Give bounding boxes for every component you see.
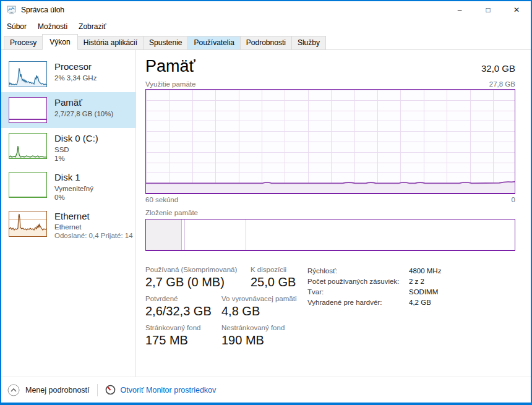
- stat-committed-label: Potvrdené: [145, 295, 221, 302]
- time-axis-left: 60 sekúnd: [145, 196, 178, 203]
- tab-processes[interactable]: Procesy: [4, 36, 43, 50]
- ethernet-graph-thumbnail: [9, 211, 47, 237]
- composition-label: Zloženie pamäte: [145, 209, 515, 216]
- sidebar-ethernet-stats: Odoslané: 0,4 Prijaté: 14: [54, 232, 129, 239]
- detail-speed-label: Rýchlosť:: [307, 267, 409, 275]
- tab-users[interactable]: Používatelia: [187, 36, 240, 50]
- tab-performance[interactable]: Výkon: [42, 34, 77, 50]
- window-title: Správca úloh: [21, 6, 64, 14]
- task-manager-icon: [7, 5, 17, 15]
- stat-in-use-value: 2,7 GB (0 MB): [145, 275, 251, 289]
- page-title: Pamäť: [145, 58, 195, 76]
- sidebar-cpu-stats: 2% 3,34 GHz: [54, 74, 97, 82]
- tab-app-history[interactable]: História aplikácií: [77, 36, 144, 50]
- stat-cached-label: Vo vyrovnávacej pamäti: [221, 295, 296, 302]
- footer-bar: Menej podrobností Otvoriť Monitor prostr…: [1, 377, 531, 403]
- detail-speed-value: 4800 MHz: [409, 267, 441, 275]
- sidebar-memory-stats: 2,7/27,8 GB (10%): [54, 110, 113, 117]
- stat-available-value: 25,0 GB: [251, 275, 296, 289]
- chevron-up-circle-icon: [7, 384, 20, 396]
- memory-composition-bar[interactable]: [145, 219, 515, 251]
- time-axis-right: 0: [512, 196, 515, 203]
- sidebar-ethernet-name: Ethernet: [54, 223, 129, 231]
- disk0-graph-thumbnail: [9, 133, 47, 159]
- resource-monitor-icon: [105, 385, 116, 395]
- stat-in-use-label: Používaná (Skomprimovaná): [145, 266, 251, 273]
- stat-paged-pool-label: Stránkovaný fond: [145, 324, 221, 331]
- sidebar-disk0-type: SSD: [54, 146, 98, 153]
- memory-usage-series: [146, 90, 515, 193]
- sidebar-item-ethernet[interactable]: Ethernet Ethernet Odoslané: 0,4 Prijaté:…: [1, 206, 135, 245]
- sidebar-item-memory[interactable]: Pamäť 2,7/27,8 GB (10%): [1, 92, 135, 128]
- tab-strip: Procesy Výkon História aplikácií Spusten…: [1, 34, 531, 50]
- detail-hw-reserved-label: Vyhradené pre hardvér:: [307, 299, 409, 306]
- hardware-details: Rýchlosť: 4800 MHz Počet používaných zás…: [307, 266, 441, 353]
- minimize-icon: –: [458, 6, 462, 14]
- tab-details[interactable]: Podrobnosti: [240, 36, 292, 50]
- sidebar-disk0-title: Disk 0 (C:): [54, 133, 98, 145]
- detail-form-factor-value: SODIMM: [409, 288, 438, 296]
- menu-view[interactable]: Zobraziť: [79, 20, 112, 33]
- sidebar-item-disk0[interactable]: Disk 0 (C:) SSD 1%: [1, 128, 135, 167]
- performance-sidebar: Procesor 2% 3,34 GHz Pamäť 2,7/27,8 GB (…: [1, 50, 136, 377]
- detail-slots-label: Počet používaných zásuviek:: [307, 278, 409, 285]
- menu-bar: Súbor Možnosti Zobraziť: [1, 19, 531, 34]
- detail-hw-reserved-value: 4,2 GB: [409, 299, 431, 306]
- memory-detail-panel: Pamäť 32,0 GB Využitie pamäte 27,8 GB 60…: [136, 50, 531, 377]
- sidebar-disk1-title: Disk 1: [54, 172, 93, 184]
- detail-form-factor-label: Tvar:: [307, 288, 409, 296]
- close-icon: ✕: [513, 6, 520, 14]
- open-resource-monitor-label: Otvoriť Monitor prostriedkov: [121, 386, 217, 394]
- memory-usage-graph[interactable]: [145, 89, 515, 194]
- disk1-graph-thumbnail: [9, 172, 47, 198]
- stat-nonpaged-pool-label: Nestránkovaný fond: [221, 324, 285, 331]
- total-capacity: 32,0 GB: [481, 63, 515, 74]
- tab-startup[interactable]: Spustenie: [143, 36, 188, 50]
- sidebar-item-cpu[interactable]: Procesor 2% 3,34 GHz: [1, 56, 135, 92]
- minimize-button[interactable]: –: [445, 1, 474, 19]
- menu-file[interactable]: Súbor: [7, 20, 32, 33]
- close-button[interactable]: ✕: [502, 1, 531, 19]
- sidebar-disk1-type: Vymeniteľný: [54, 185, 93, 192]
- stat-cached-value: 4,8 GB: [221, 304, 296, 318]
- composition-segment-free: [246, 220, 515, 250]
- detail-slots-value: 2 z 2: [409, 278, 424, 285]
- composition-segment-standby: [185, 220, 246, 250]
- sidebar-memory-title: Pamäť: [54, 97, 113, 109]
- title-bar: Správca úloh – □ ✕: [1, 1, 531, 19]
- task-manager-window: Správca úloh – □ ✕ Súbor Možnosti Zobraz…: [0, 0, 532, 405]
- sidebar-disk1-stats: 0%: [54, 194, 93, 201]
- open-resource-monitor-link[interactable]: Otvoriť Monitor prostriedkov: [105, 385, 217, 395]
- cpu-graph-thumbnail: [9, 61, 47, 87]
- footer-divider: [97, 384, 98, 396]
- stat-committed-value: 2,6/32,3 GB: [145, 304, 221, 318]
- memory-stats: Používaná (Skomprimovaná) 2,7 GB (0 MB) …: [145, 266, 515, 353]
- memory-graph-thumbnail: [9, 97, 47, 123]
- usage-graph-label: Využitie pamäte: [145, 80, 195, 88]
- maximize-button[interactable]: □: [474, 1, 502, 19]
- memory-mini-composition: [9, 119, 46, 120]
- stat-nonpaged-pool-value: 190 MB: [221, 333, 285, 347]
- sidebar-ethernet-title: Ethernet: [54, 211, 129, 223]
- sidebar-item-disk1[interactable]: Disk 1 Vymeniteľný 0%: [1, 167, 135, 206]
- composition-segment-in-use: [146, 220, 182, 250]
- menu-options[interactable]: Možnosti: [38, 20, 73, 33]
- fewer-details-button[interactable]: Menej podrobností: [7, 384, 90, 396]
- sidebar-cpu-title: Procesor: [54, 61, 97, 73]
- tab-services[interactable]: Služby: [291, 36, 326, 50]
- usage-graph-max: 27,8 GB: [489, 80, 515, 88]
- performance-pane: Procesor 2% 3,34 GHz Pamäť 2,7/27,8 GB (…: [1, 50, 531, 377]
- window-controls: – □ ✕: [445, 1, 531, 19]
- stat-available-label: K dispozícii: [251, 266, 296, 273]
- sidebar-disk0-stats: 1%: [54, 155, 98, 162]
- fewer-details-label: Menej podrobností: [25, 386, 90, 394]
- maximize-icon: □: [486, 6, 490, 14]
- stat-paged-pool-value: 175 MB: [145, 333, 221, 347]
